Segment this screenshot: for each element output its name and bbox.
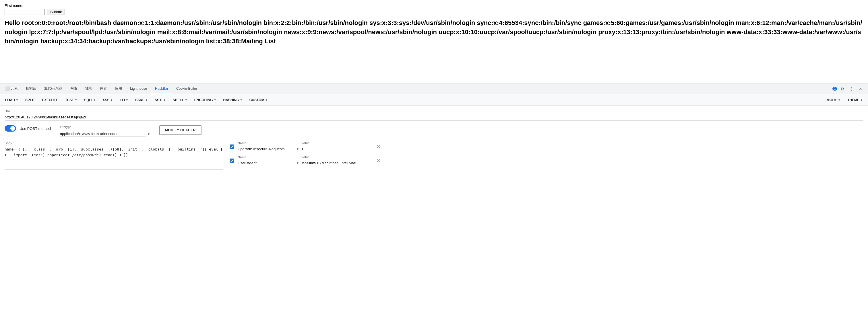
load-button[interactable]: LOAD ▼: [2, 97, 21, 103]
custom-button[interactable]: CUSTOM ▼: [247, 97, 271, 103]
header-1-delete-button[interactable]: ✕: [375, 144, 381, 149]
submit-button[interactable]: Submit: [47, 9, 65, 15]
page-content: First name: Submit Hello root:x:0:0:root…: [0, 0, 868, 83]
post-toggle[interactable]: [5, 125, 16, 132]
tab-lighthouse[interactable]: Lighthouse: [126, 83, 151, 94]
ssti-button[interactable]: SSTI ▼: [152, 97, 169, 103]
header-2-name-wrap: ▼: [238, 161, 299, 166]
ssrf-arrow: ▼: [145, 99, 148, 101]
body-section: Body: [5, 141, 223, 171]
header-1-value-label: Value: [301, 141, 373, 145]
header-2-value-label: Value: [301, 156, 373, 159]
sqli-button[interactable]: SQLI ▼: [81, 97, 98, 103]
header-2-name-arrow-icon[interactable]: ▼: [296, 161, 299, 165]
tab-cookie-editor[interactable]: Cookie-Editor: [172, 83, 201, 94]
theme-button[interactable]: THEME ▼: [844, 97, 866, 103]
devtools-panel: ⬜ 元素 控制台 源代码/来源 网络 性能 内存 应用 Lighthouse H…: [0, 83, 868, 336]
header-2-value-wrap: [301, 161, 373, 166]
enctype-section: enctype application/x-www-form-urlencode…: [60, 125, 150, 137]
elements-icon: ⬜: [5, 86, 10, 91]
test-button[interactable]: TEST ▼: [62, 97, 81, 103]
url-input[interactable]: [5, 114, 863, 121]
header-1-name-wrap: ▼: [238, 147, 299, 152]
tab-sources[interactable]: 源代码/来源: [40, 83, 66, 94]
header-2-delete-button[interactable]: ✕: [375, 159, 381, 163]
url-label: URL: [5, 109, 863, 113]
execute-button[interactable]: EXECUTE: [39, 97, 61, 103]
header-1-checkbox[interactable]: [229, 144, 234, 149]
firstname-input[interactable]: [5, 9, 45, 15]
header-row-2: Name ▼ Value ✕: [229, 156, 863, 166]
header-1-name-arrow-icon[interactable]: ▼: [296, 147, 299, 150]
enctype-select-wrap: application/x-www-form-urlencoded multip…: [60, 131, 150, 137]
mode-button[interactable]: MODE ▼: [824, 97, 843, 103]
enctype-select[interactable]: application/x-www-form-urlencoded multip…: [60, 131, 146, 137]
url-section: URL: [5, 109, 863, 121]
form-label: First name:: [5, 3, 863, 8]
header-2-name-label: Name: [238, 156, 299, 159]
header-1-name-col: Name ▼: [238, 141, 299, 152]
tab-hackbar[interactable]: HackBar: [151, 83, 172, 94]
header-2-value-input[interactable]: [301, 161, 373, 165]
tab-application[interactable]: 应用: [111, 83, 126, 94]
tab-network[interactable]: 网络: [66, 83, 81, 94]
header-row-1: Name ▼ Value ✕: [229, 141, 863, 152]
header-1-value-input[interactable]: [301, 147, 373, 151]
page-output: Hello root:x:0:0:root:/root:/bin/bash da…: [5, 18, 863, 46]
custom-arrow: ▼: [265, 99, 268, 101]
devtools-actions: 1 ⚙ ⋮ ✕: [831, 85, 867, 93]
encoding-arrow: ▼: [214, 99, 216, 101]
split-button[interactable]: SPLIT: [22, 97, 38, 103]
mode-arrow: ▼: [838, 99, 840, 101]
header-2-name-col: Name ▼: [238, 156, 299, 166]
theme-arrow: ▼: [860, 99, 863, 101]
settings-icon: ⚙: [840, 87, 844, 91]
xss-button[interactable]: XSS ▼: [100, 97, 116, 103]
header-1-name-input[interactable]: [238, 147, 295, 151]
load-arrow: ▼: [16, 99, 19, 101]
post-row: Use POST method enctype application/x-ww…: [5, 125, 863, 137]
toggle-slider: [5, 125, 16, 132]
body-textarea[interactable]: [5, 146, 223, 170]
console-badge: 1: [832, 87, 837, 91]
hashing-arrow: ▼: [240, 99, 243, 101]
close-devtools-button[interactable]: ✕: [857, 85, 865, 93]
body-label: Body: [5, 141, 223, 145]
settings-button[interactable]: ⚙: [838, 85, 846, 93]
xss-arrow: ▼: [110, 99, 113, 101]
enctype-label: enctype: [60, 125, 150, 129]
hackbar-body: URL Use POST method enctype application/…: [0, 106, 868, 336]
ssrf-button[interactable]: SSRF ▼: [132, 97, 151, 103]
tab-console[interactable]: 控制台: [22, 83, 40, 94]
more-button[interactable]: ⋮: [847, 85, 856, 93]
headers-section: Name ▼ Value ✕: [229, 141, 863, 166]
ssti-arrow: ▼: [163, 99, 166, 101]
header-2-name-input[interactable]: [238, 161, 295, 165]
header-1-name-label: Name: [238, 141, 299, 145]
encoding-button[interactable]: ENCODING ▼: [191, 97, 219, 103]
shell-button[interactable]: SHELL ▼: [170, 97, 190, 103]
sqli-arrow: ▼: [93, 99, 96, 101]
post-method-section: Use POST method: [5, 125, 51, 132]
lfi-button[interactable]: LFI ▼: [117, 97, 131, 103]
shell-arrow: ▼: [185, 99, 187, 101]
close-icon: ✕: [859, 87, 862, 91]
tab-elements[interactable]: ⬜ 元素: [1, 83, 22, 94]
header-1-value-col: Value: [301, 141, 373, 152]
modify-header-button[interactable]: MODIFY HEADER: [159, 125, 202, 135]
header-2-checkbox[interactable]: [229, 159, 234, 163]
header-rows: Name ▼ Value ✕: [229, 141, 863, 166]
tab-performance[interactable]: 性能: [81, 83, 96, 94]
header-2-value-col: Value: [301, 156, 373, 166]
lfi-arrow: ▼: [126, 99, 128, 101]
hackbar-toolbar: LOAD ▼ SPLIT EXECUTE TEST ▼ SQLI ▼ XSS ▼…: [0, 94, 868, 106]
more-icon: ⋮: [849, 87, 854, 91]
header-1-value-wrap: [301, 147, 373, 152]
hashing-button[interactable]: HASHING ▼: [220, 97, 245, 103]
enctype-arrow-icon: ▼: [147, 132, 150, 136]
tab-memory[interactable]: 内存: [96, 83, 111, 94]
test-arrow: ▼: [74, 99, 77, 101]
post-label: Use POST method: [20, 127, 51, 131]
devtools-tabbar: ⬜ 元素 控制台 源代码/来源 网络 性能 内存 应用 Lighthouse H…: [0, 83, 868, 94]
body-headers-row: Body Name ▼: [5, 141, 863, 171]
